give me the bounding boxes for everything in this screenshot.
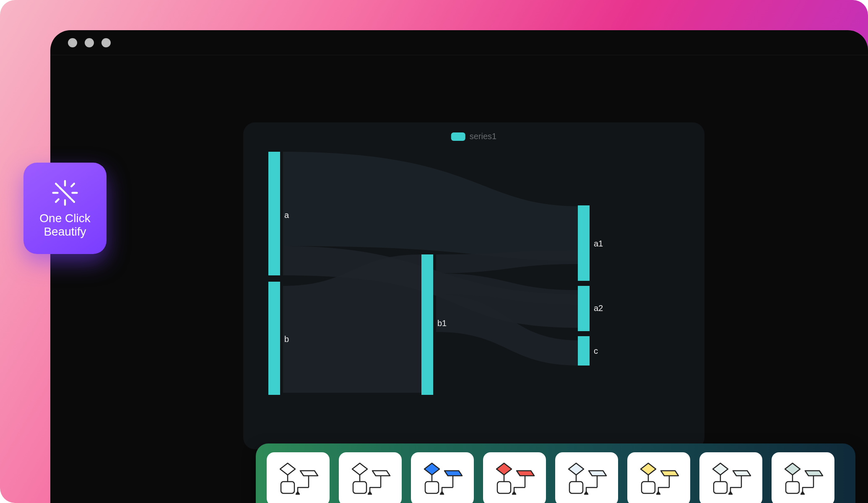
legend-swatch-icon bbox=[451, 132, 465, 141]
sankey-node-a[interactable] bbox=[268, 152, 280, 275]
sankey-node-label: a1 bbox=[594, 239, 603, 249]
sankey-node-a1[interactable] bbox=[578, 205, 590, 281]
svg-marker-30 bbox=[713, 463, 728, 475]
svg-marker-5 bbox=[352, 463, 367, 475]
gradient-backdrop: series1 a b bbox=[0, 0, 868, 503]
svg-marker-35 bbox=[785, 463, 800, 475]
theme-swatch-theme-mint[interactable] bbox=[772, 452, 834, 503]
svg-rect-7 bbox=[353, 482, 366, 493]
magic-wand-icon bbox=[50, 178, 80, 207]
svg-rect-17 bbox=[497, 482, 511, 493]
svg-line-48 bbox=[71, 184, 74, 187]
sankey-node-c[interactable] bbox=[578, 336, 590, 366]
theme-swatch-theme-sky[interactable] bbox=[555, 452, 618, 503]
svg-rect-37 bbox=[786, 482, 799, 493]
sankey-links bbox=[268, 152, 688, 441]
theme-selector-tray bbox=[256, 443, 855, 503]
sankey-node-b1[interactable] bbox=[421, 254, 433, 395]
theme-swatch-theme-outline-light[interactable] bbox=[339, 452, 402, 503]
svg-marker-34 bbox=[729, 492, 732, 494]
beautify-label: One ClickBeautify bbox=[39, 212, 90, 239]
svg-marker-19 bbox=[512, 492, 516, 494]
svg-marker-10 bbox=[424, 463, 439, 475]
theme-swatch-theme-pale-blue[interactable] bbox=[699, 452, 762, 503]
app-window: series1 a b bbox=[50, 30, 868, 503]
sankey-node-a2[interactable] bbox=[578, 286, 590, 331]
sankey-node-b[interactable] bbox=[268, 282, 280, 395]
svg-rect-2 bbox=[281, 482, 294, 493]
sankey-diagram[interactable]: a b b1 a1 a2 c bbox=[268, 152, 688, 441]
window-control-zoom[interactable] bbox=[101, 38, 111, 47]
chart-legend: series1 bbox=[451, 132, 496, 141]
theme-swatch-theme-yellow[interactable] bbox=[627, 452, 690, 503]
svg-marker-0 bbox=[280, 463, 295, 475]
svg-rect-32 bbox=[714, 482, 727, 493]
window-control-close[interactable] bbox=[68, 38, 77, 47]
one-click-beautify-button[interactable]: One ClickBeautify bbox=[23, 163, 107, 254]
svg-rect-27 bbox=[642, 482, 655, 493]
content-area: series1 a b bbox=[50, 55, 868, 503]
svg-marker-14 bbox=[440, 492, 444, 494]
sankey-node-label: b bbox=[284, 334, 289, 344]
legend-label: series1 bbox=[470, 132, 496, 141]
sankey-node-label: b1 bbox=[437, 319, 447, 328]
theme-swatch-theme-blue[interactable] bbox=[411, 452, 474, 503]
svg-rect-22 bbox=[569, 482, 583, 493]
svg-line-40 bbox=[60, 187, 70, 198]
window-titlebar bbox=[50, 30, 868, 55]
sankey-node-label: c bbox=[594, 346, 598, 356]
svg-marker-29 bbox=[657, 492, 660, 494]
svg-marker-24 bbox=[585, 492, 588, 494]
svg-line-47 bbox=[56, 199, 59, 202]
svg-marker-9 bbox=[368, 492, 372, 494]
svg-line-46 bbox=[71, 199, 74, 202]
svg-marker-25 bbox=[641, 463, 656, 475]
theme-swatch-theme-outline-dark[interactable] bbox=[267, 452, 330, 503]
svg-marker-39 bbox=[801, 492, 804, 494]
svg-marker-20 bbox=[569, 463, 584, 475]
theme-swatch-theme-red[interactable] bbox=[483, 452, 546, 503]
svg-marker-4 bbox=[296, 492, 299, 494]
svg-marker-15 bbox=[496, 463, 512, 475]
sankey-chart-panel: series1 a b bbox=[243, 122, 704, 449]
svg-rect-12 bbox=[425, 482, 439, 493]
window-control-minimize[interactable] bbox=[85, 38, 94, 47]
sankey-node-label: a2 bbox=[594, 303, 603, 313]
svg-line-45 bbox=[56, 184, 59, 187]
sankey-node-label: a bbox=[284, 210, 289, 220]
